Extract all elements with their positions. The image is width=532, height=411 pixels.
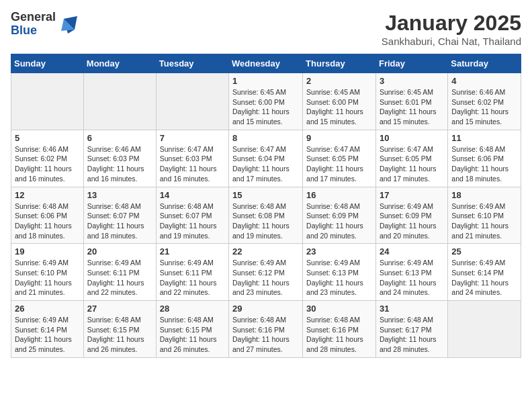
day-number: 17 [380,190,444,200]
calendar-cell: 13Sunrise: 6:48 AM Sunset: 6:07 PM Dayli… [83,187,156,244]
calendar-cell: 15Sunrise: 6:48 AM Sunset: 6:08 PM Dayli… [229,187,303,244]
day-number: 22 [232,246,299,257]
calendar-cell: 28Sunrise: 6:48 AM Sunset: 6:15 PM Dayli… [156,301,228,358]
day-info: Sunrise: 6:47 AM Sunset: 6:05 PM Dayligh… [306,144,372,184]
day-number: 24 [380,246,444,257]
day-number: 15 [232,190,299,200]
calendar-cell: 20Sunrise: 6:49 AM Sunset: 6:11 PM Dayli… [83,244,156,301]
day-info: Sunrise: 6:46 AM Sunset: 6:03 PM Dayligh… [87,144,152,184]
calendar-cell: 21Sunrise: 6:49 AM Sunset: 6:11 PM Dayli… [156,244,228,301]
day-info: Sunrise: 6:47 AM Sunset: 6:05 PM Dayligh… [380,144,444,184]
day-info: Sunrise: 6:49 AM Sunset: 6:12 PM Dayligh… [232,258,299,298]
day-number: 18 [451,190,517,200]
calendar-cell: 8Sunrise: 6:47 AM Sunset: 6:04 PM Daylig… [229,130,303,187]
weekday-header-sunday: Sunday [11,54,84,73]
day-number: 2 [306,76,372,86]
day-info: Sunrise: 6:48 AM Sunset: 6:17 PM Dayligh… [380,315,444,355]
calendar-cell: 16Sunrise: 6:48 AM Sunset: 6:09 PM Dayli… [303,187,376,244]
day-info: Sunrise: 6:48 AM Sunset: 6:06 PM Dayligh… [15,201,80,241]
day-number: 14 [160,190,225,200]
calendar-cell: 1Sunrise: 6:45 AM Sunset: 6:00 PM Daylig… [229,73,303,130]
day-info: Sunrise: 6:49 AM Sunset: 6:09 PM Dayligh… [380,201,444,241]
calendar-table: SundayMondayTuesdayWednesdayThursdayFrid… [11,54,521,358]
calendar-week-2: 5Sunrise: 6:46 AM Sunset: 6:02 PM Daylig… [11,130,521,187]
day-info: Sunrise: 6:49 AM Sunset: 6:11 PM Dayligh… [160,258,225,298]
logo-general-text: General [11,11,56,24]
calendar-cell: 11Sunrise: 6:48 AM Sunset: 6:06 PM Dayli… [448,130,521,187]
calendar-week-1: 1Sunrise: 6:45 AM Sunset: 6:00 PM Daylig… [11,73,521,130]
day-number: 26 [15,304,80,314]
day-number: 9 [306,133,372,143]
day-info: Sunrise: 6:45 AM Sunset: 6:00 PM Dayligh… [232,87,299,127]
calendar-header-row: SundayMondayTuesdayWednesdayThursdayFrid… [11,54,521,73]
day-info: Sunrise: 6:46 AM Sunset: 6:02 PM Dayligh… [15,144,80,184]
day-number: 8 [232,133,299,143]
day-number: 16 [306,190,372,200]
day-info: Sunrise: 6:48 AM Sunset: 6:15 PM Dayligh… [160,315,225,355]
day-info: Sunrise: 6:46 AM Sunset: 6:02 PM Dayligh… [451,87,517,127]
day-info: Sunrise: 6:49 AM Sunset: 6:10 PM Dayligh… [15,258,80,298]
calendar-cell: 22Sunrise: 6:49 AM Sunset: 6:12 PM Dayli… [229,244,303,301]
calendar-cell [11,73,84,130]
day-number: 13 [87,190,152,200]
day-number: 31 [380,304,444,314]
day-info: Sunrise: 6:48 AM Sunset: 6:15 PM Dayligh… [87,315,152,355]
day-info: Sunrise: 6:49 AM Sunset: 6:10 PM Dayligh… [451,201,517,241]
weekday-header-friday: Friday [375,54,447,73]
weekday-header-saturday: Saturday [448,54,521,73]
day-number: 7 [160,133,225,143]
calendar-cell: 4Sunrise: 6:46 AM Sunset: 6:02 PM Daylig… [448,73,521,130]
calendar-cell: 26Sunrise: 6:49 AM Sunset: 6:14 PM Dayli… [11,301,84,358]
day-number: 3 [380,76,444,86]
day-info: Sunrise: 6:49 AM Sunset: 6:11 PM Dayligh… [87,258,152,298]
day-number: 10 [380,133,444,143]
day-number: 27 [87,304,152,314]
day-info: Sunrise: 6:48 AM Sunset: 6:07 PM Dayligh… [87,201,152,241]
day-info: Sunrise: 6:45 AM Sunset: 6:01 PM Dayligh… [380,87,444,127]
day-info: Sunrise: 6:48 AM Sunset: 6:08 PM Dayligh… [232,201,299,241]
day-number: 23 [306,246,372,257]
day-number: 28 [160,304,225,314]
calendar-cell: 19Sunrise: 6:49 AM Sunset: 6:10 PM Dayli… [11,244,84,301]
calendar-cell: 2Sunrise: 6:45 AM Sunset: 6:00 PM Daylig… [303,73,376,130]
day-info: Sunrise: 6:49 AM Sunset: 6:13 PM Dayligh… [380,258,444,298]
calendar-cell [83,73,156,130]
weekday-header-wednesday: Wednesday [229,54,303,73]
day-number: 12 [15,190,80,200]
day-number: 1 [232,76,299,86]
calendar-cell: 17Sunrise: 6:49 AM Sunset: 6:09 PM Dayli… [375,187,447,244]
location-title: Sankhaburi, Chai Nat, Thailand [382,36,521,47]
day-info: Sunrise: 6:45 AM Sunset: 6:00 PM Dayligh… [306,87,372,127]
page-header: General Blue January 2025 Sankhaburi, Ch… [11,11,521,47]
day-info: Sunrise: 6:49 AM Sunset: 6:14 PM Dayligh… [15,315,80,355]
calendar-cell: 29Sunrise: 6:48 AM Sunset: 6:16 PM Dayli… [229,301,303,358]
day-number: 30 [306,304,372,314]
day-info: Sunrise: 6:48 AM Sunset: 6:09 PM Dayligh… [306,201,372,241]
calendar-week-3: 12Sunrise: 6:48 AM Sunset: 6:06 PM Dayli… [11,187,521,244]
logo-blue-text: Blue [11,24,56,38]
calendar-cell: 10Sunrise: 6:47 AM Sunset: 6:05 PM Dayli… [375,130,447,187]
calendar-cell: 23Sunrise: 6:49 AM Sunset: 6:13 PM Dayli… [303,244,376,301]
calendar-cell: 5Sunrise: 6:46 AM Sunset: 6:02 PM Daylig… [11,130,84,187]
calendar-cell: 14Sunrise: 6:48 AM Sunset: 6:07 PM Dayli… [156,187,228,244]
day-info: Sunrise: 6:48 AM Sunset: 6:16 PM Dayligh… [232,315,299,355]
calendar-cell: 3Sunrise: 6:45 AM Sunset: 6:01 PM Daylig… [375,73,447,130]
day-number: 21 [160,246,225,257]
calendar-cell: 9Sunrise: 6:47 AM Sunset: 6:05 PM Daylig… [303,130,376,187]
day-number: 4 [451,76,517,86]
day-info: Sunrise: 6:47 AM Sunset: 6:03 PM Dayligh… [160,144,225,184]
calendar-body: 1Sunrise: 6:45 AM Sunset: 6:00 PM Daylig… [11,73,521,358]
calendar-cell: 7Sunrise: 6:47 AM Sunset: 6:03 PM Daylig… [156,130,228,187]
weekday-header-thursday: Thursday [303,54,376,73]
day-number: 6 [87,133,152,143]
day-number: 29 [232,304,299,314]
title-block: January 2025 Sankhaburi, Chai Nat, Thail… [382,11,521,47]
day-info: Sunrise: 6:49 AM Sunset: 6:13 PM Dayligh… [306,258,372,298]
day-info: Sunrise: 6:49 AM Sunset: 6:14 PM Dayligh… [451,258,517,298]
weekday-header-tuesday: Tuesday [156,54,228,73]
weekday-header-monday: Monday [83,54,156,73]
calendar-cell: 25Sunrise: 6:49 AM Sunset: 6:14 PM Dayli… [448,244,521,301]
day-number: 5 [15,133,80,143]
day-number: 20 [87,246,152,257]
calendar-week-5: 26Sunrise: 6:49 AM Sunset: 6:14 PM Dayli… [11,301,521,358]
